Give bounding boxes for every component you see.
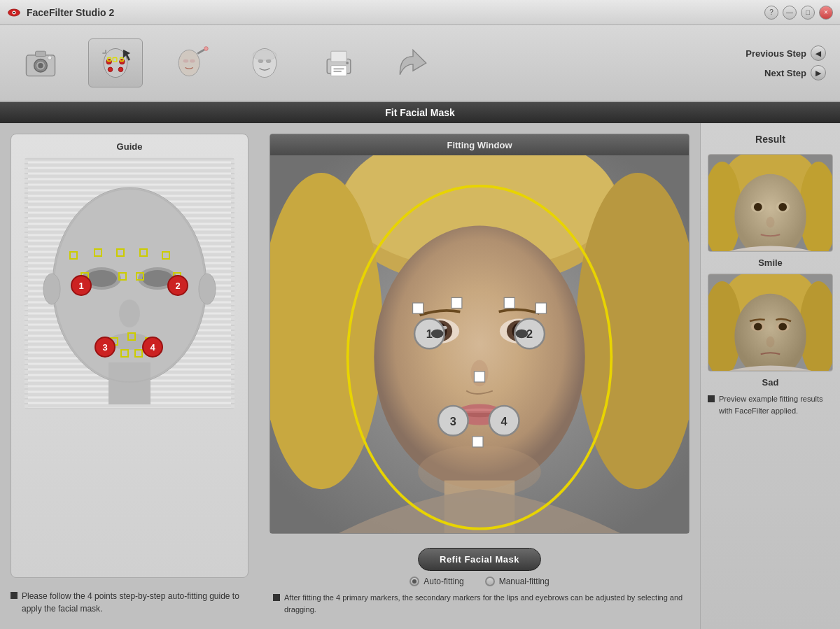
auto-fitting-radio[interactable] [410, 577, 419, 586]
sad-photo [708, 274, 833, 372]
guide-box: Guide [10, 134, 248, 578]
guide-description: Please follow the 4 points step-by-step … [22, 590, 248, 615]
svg-text:4: 4 [150, 342, 155, 353]
guide-bullet: Please follow the 4 points step-by-step … [10, 590, 248, 615]
face-3d-icon [245, 43, 284, 83]
svg-point-23 [204, 47, 209, 51]
result-bullet-icon [708, 395, 715, 402]
toolbar-share[interactable] [386, 39, 440, 87]
svg-point-46 [43, 274, 60, 304]
fitting-note: After fitting the 4 primary markers, the… [270, 592, 690, 615]
svg-point-123 [778, 323, 787, 330]
result-note-bullet: Preview example fitting results with Fac… [708, 393, 833, 416]
svg-point-7 [38, 63, 43, 68]
window-controls: ? — □ × [764, 6, 833, 20]
prev-step-button[interactable]: Previous Step ◀ [746, 45, 826, 61]
fitting-options: Auto-fitting Manual-fitting [410, 577, 549, 586]
fitting-box: Fitting Window [270, 134, 690, 534]
fitting-svg: 1 2 3 4 [270, 155, 689, 533]
share-icon [393, 43, 433, 83]
auto-fitting-option[interactable]: Auto-fitting [410, 577, 463, 586]
manual-fitting-radio[interactable] [485, 577, 495, 586]
fitting-image[interactable]: 1 2 3 4 [270, 155, 689, 533]
svg-rect-104 [472, 437, 483, 447]
fitting-note-bullet: After fitting the 4 primary markers, the… [273, 592, 686, 615]
svg-rect-89 [413, 303, 424, 313]
svg-point-121 [754, 323, 762, 330]
sad-photo-svg [708, 274, 832, 371]
svg-point-33 [346, 62, 349, 64]
smile-label: Smile [708, 257, 833, 268]
main-content: Guide [0, 123, 840, 629]
toolbar-print[interactable] [312, 39, 365, 87]
guide-svg: 1 2 3 4 [28, 160, 231, 408]
result-title: Result [708, 130, 833, 148]
svg-rect-99 [474, 372, 484, 382]
refit-button[interactable]: Refit Facial Mask [418, 548, 541, 571]
svg-point-21 [183, 59, 188, 63]
toolbar-camera[interactable] [14, 39, 67, 87]
toolbar-icons [14, 38, 440, 87]
svg-point-22 [190, 59, 195, 63]
print-icon [319, 43, 358, 83]
svg-point-13 [118, 67, 123, 72]
note-bullet-icon [273, 594, 280, 601]
smile-photo-svg [708, 155, 832, 251]
svg-rect-92 [536, 303, 546, 313]
title-left: FaceFilter Studio 2 [7, 6, 114, 20]
svg-point-47 [199, 274, 216, 304]
svg-rect-29 [331, 51, 346, 62]
svg-point-8 [48, 56, 52, 60]
manual-fitting-option[interactable]: Manual-fitting [485, 577, 550, 586]
svg-text:2: 2 [175, 281, 180, 291]
guide-title: Guide [117, 141, 143, 152]
face-points-icon [96, 43, 135, 83]
svg-point-44 [119, 299, 140, 327]
fitting-controls: Refit Facial Mask Auto-fitting Manual-fi… [270, 541, 690, 619]
face-3d-simulation: 1 2 3 4 [24, 157, 234, 409]
svg-point-114 [766, 217, 775, 228]
manual-fitting-label: Manual-fitting [499, 577, 550, 586]
app-title: FaceFilter Studio 2 [27, 7, 114, 18]
toolbar-face-points[interactable] [88, 38, 143, 87]
section-title: Fit Facial Mask [385, 107, 455, 118]
svg-point-27 [253, 50, 276, 60]
svg-rect-91 [504, 297, 514, 308]
svg-rect-90 [451, 297, 462, 308]
prev-arrow-icon: ◀ [811, 45, 826, 61]
svg-rect-4 [36, 51, 46, 56]
svg-rect-32 [334, 71, 342, 72]
svg-rect-38 [108, 362, 150, 404]
result-panel: Result [700, 123, 840, 629]
prev-step-label: Previous Step [746, 48, 806, 59]
next-step-button[interactable]: Next Step ▶ [764, 65, 826, 80]
minimize-button[interactable]: — [783, 6, 797, 20]
auto-fitting-label: Auto-fitting [424, 577, 463, 586]
toolbar: Previous Step ◀ Next Step ▶ [0, 25, 840, 102]
guide-image: 1 2 3 4 [24, 157, 234, 409]
svg-point-20 [178, 50, 200, 76]
help-button[interactable]: ? [764, 6, 778, 20]
svg-point-2 [13, 11, 15, 13]
toolbar-face-paint[interactable] [164, 39, 217, 87]
svg-point-124 [766, 337, 775, 348]
next-step-label: Next Step [764, 68, 806, 78]
result-note: Preview example fitting results with Fac… [708, 393, 833, 416]
guide-text: Please follow the 4 points step-by-step … [10, 586, 248, 619]
face-paint-icon [171, 43, 210, 83]
result-note-text: Preview example fitting results with Fac… [719, 393, 833, 416]
camera-icon [21, 43, 60, 83]
fitting-title-bar: Fitting Window [270, 134, 689, 155]
svg-text:3: 3 [450, 415, 456, 427]
toolbar-nav: Previous Step ◀ Next Step ▶ [746, 45, 826, 80]
svg-text:3: 3 [102, 342, 107, 353]
svg-point-111 [754, 203, 762, 211]
svg-rect-31 [334, 68, 344, 69]
section-header: Fit Facial Mask [0, 102, 840, 123]
toolbar-3d-preview[interactable] [238, 39, 291, 87]
maximize-button[interactable]: □ [801, 6, 815, 20]
app-icon [7, 6, 21, 20]
fitting-note-text: After fitting the 4 primary markers, the… [284, 592, 686, 615]
smile-photo [708, 154, 833, 252]
close-button[interactable]: × [819, 6, 833, 20]
